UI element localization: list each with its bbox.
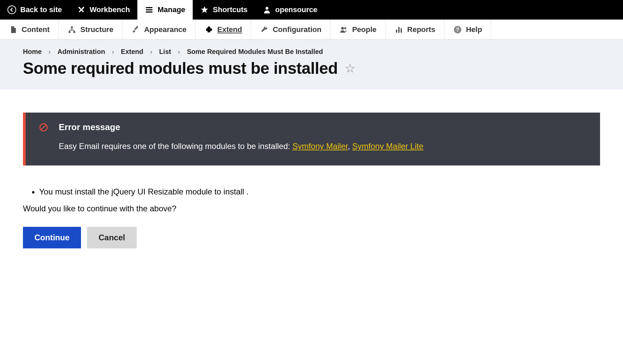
error-sep: , bbox=[348, 142, 352, 151]
menu-structure[interactable]: Structure bbox=[59, 20, 123, 39]
top-toolbar: Back to site Workbench Manage Shortcuts … bbox=[0, 0, 623, 20]
requirement-item: You must install the jQuery UI Resizable… bbox=[39, 186, 600, 198]
breadcrumb-separator: › bbox=[112, 48, 114, 56]
admin-menu: Content Structure Appearance Extend Conf… bbox=[0, 20, 623, 40]
menu-content-label: Content bbox=[22, 25, 50, 34]
menu-configuration-label: Configuration bbox=[273, 25, 321, 34]
breadcrumb-home[interactable]: Home bbox=[23, 48, 42, 56]
main-content: Error message Easy Email requires one of… bbox=[0, 90, 623, 271]
page-header: Home › Administration › Extend › List › … bbox=[0, 40, 623, 90]
svg-rect-11 bbox=[396, 30, 397, 33]
svg-point-1 bbox=[78, 7, 80, 8]
menu-content[interactable]: Content bbox=[0, 20, 59, 39]
breadcrumb-administration[interactable]: Administration bbox=[57, 48, 105, 56]
user-menu[interactable]: opensource bbox=[255, 0, 325, 20]
puzzle-icon bbox=[205, 25, 213, 34]
svg-rect-13 bbox=[401, 28, 402, 33]
menu-appearance-label: Appearance bbox=[144, 25, 187, 34]
manage-link[interactable]: Manage bbox=[137, 0, 193, 20]
requirement-list: You must install the jQuery UI Resizable… bbox=[39, 186, 600, 198]
hamburger-icon bbox=[145, 5, 154, 14]
shortcuts-label: Shortcuts bbox=[213, 5, 248, 14]
symfony-mailer-lite-link[interactable]: Symfony Mailer Lite bbox=[352, 142, 424, 151]
svg-point-2 bbox=[83, 7, 84, 8]
breadcrumb-separator: › bbox=[150, 48, 153, 56]
workbench-link[interactable]: Workbench bbox=[70, 0, 137, 20]
hierarchy-icon bbox=[67, 25, 76, 34]
svg-point-8 bbox=[211, 29, 212, 30]
help-icon: ? bbox=[453, 25, 462, 34]
svg-point-10 bbox=[344, 27, 346, 29]
paintbrush-icon bbox=[131, 25, 140, 34]
wrench-cross-icon bbox=[77, 5, 86, 14]
svg-point-0 bbox=[8, 6, 16, 14]
error-message-box: Error message Easy Email requires one of… bbox=[23, 113, 600, 165]
breadcrumb-separator: › bbox=[49, 48, 51, 56]
action-buttons: Continue Cancel bbox=[23, 227, 600, 248]
menu-configuration[interactable]: Configuration bbox=[251, 20, 330, 39]
svg-point-5 bbox=[69, 31, 71, 33]
error-body: Easy Email requires one of the following… bbox=[59, 141, 591, 152]
breadcrumb-list[interactable]: List bbox=[159, 48, 171, 56]
back-to-site-label: Back to site bbox=[20, 5, 62, 14]
page-title: Some required modules must be installed bbox=[23, 59, 338, 78]
svg-point-3 bbox=[265, 7, 268, 10]
breadcrumb-current: Some Required Modules Must Be Installed bbox=[187, 48, 323, 56]
bar-chart-icon bbox=[395, 25, 403, 34]
continue-button[interactable]: Continue bbox=[23, 227, 81, 248]
user-icon bbox=[263, 5, 271, 14]
workbench-label: Workbench bbox=[90, 5, 130, 14]
svg-point-4 bbox=[71, 26, 73, 28]
menu-help[interactable]: ? Help bbox=[444, 20, 491, 39]
error-title: Error message bbox=[59, 122, 120, 132]
svg-point-9 bbox=[341, 27, 344, 30]
wrench-icon bbox=[260, 25, 269, 34]
menu-reports-label: Reports bbox=[407, 25, 435, 34]
breadcrumb-extend[interactable]: Extend bbox=[121, 48, 143, 56]
menu-extend-label: Extend bbox=[217, 25, 242, 34]
menu-extend[interactable]: Extend bbox=[196, 20, 251, 39]
people-icon bbox=[339, 25, 348, 34]
menu-appearance[interactable]: Appearance bbox=[123, 20, 196, 39]
menu-people-label: People bbox=[352, 25, 376, 34]
document-icon bbox=[9, 25, 18, 34]
manage-label: Manage bbox=[158, 5, 185, 14]
svg-line-17 bbox=[42, 125, 46, 129]
error-icon bbox=[39, 123, 48, 132]
cancel-button[interactable]: Cancel bbox=[87, 227, 137, 248]
svg-rect-12 bbox=[398, 27, 400, 33]
menu-structure-label: Structure bbox=[80, 25, 113, 34]
menu-reports[interactable]: Reports bbox=[386, 20, 444, 39]
svg-text:?: ? bbox=[456, 27, 459, 33]
menu-people[interactable]: People bbox=[330, 20, 385, 39]
confirm-prompt: Would you like to continue with the abov… bbox=[23, 204, 600, 213]
svg-point-7 bbox=[208, 26, 210, 28]
favorite-star-icon[interactable]: ☆ bbox=[345, 61, 355, 75]
back-to-site-link[interactable]: Back to site bbox=[0, 0, 70, 20]
error-text: Easy Email requires one of the following… bbox=[59, 142, 292, 151]
shortcuts-link[interactable]: Shortcuts bbox=[193, 0, 255, 20]
back-arrow-icon bbox=[7, 5, 16, 14]
svg-point-6 bbox=[73, 31, 75, 33]
user-label: opensource bbox=[275, 5, 318, 14]
symfony-mailer-link[interactable]: Symfony Mailer bbox=[292, 142, 348, 151]
breadcrumb-separator: › bbox=[178, 48, 180, 56]
breadcrumb: Home › Administration › Extend › List › … bbox=[23, 48, 600, 56]
menu-help-label: Help bbox=[466, 25, 482, 34]
star-icon bbox=[200, 5, 209, 14]
